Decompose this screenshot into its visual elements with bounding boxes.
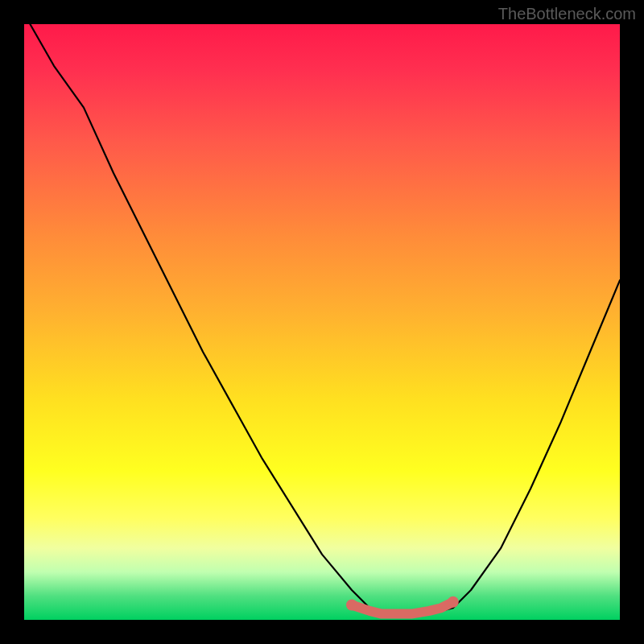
bottleneck-curve-line	[30, 24, 620, 617]
optimal-end-dot	[448, 597, 459, 608]
optimal-start-dot	[346, 600, 357, 611]
chart-svg	[24, 24, 620, 620]
chart-plot-area	[24, 24, 620, 620]
watermark-text: TheBottleneck.com	[498, 5, 636, 23]
optimal-range-marker	[352, 602, 453, 614]
